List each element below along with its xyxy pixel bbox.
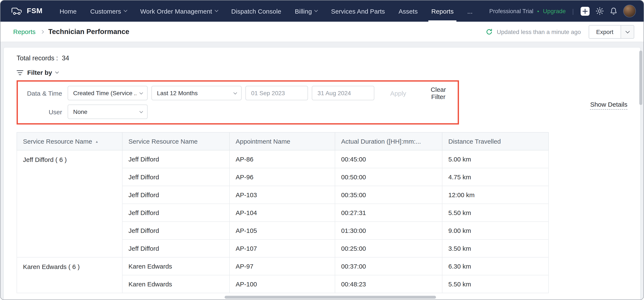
show-details-link[interactable]: Show Details (590, 101, 628, 110)
nav-item-services-and-parts[interactable]: Services And Parts (324, 0, 392, 22)
filter-highlight-box: Data & Time Created Time (Service ... La… (16, 80, 459, 124)
table-row[interactable]: Karen Edwards ( 6 )Karen EdwardsAP-9700:… (17, 257, 548, 275)
user-filter-label: User (23, 108, 62, 115)
sort-ascending-icon: ▲ (95, 140, 98, 144)
cell: 00:48:23 (335, 275, 442, 293)
cell: 5.50 km (442, 204, 548, 222)
total-records-label: Total records : (16, 54, 58, 62)
add-new-button[interactable] (580, 6, 590, 16)
report-table: Service Resource Name▲Service Resource N… (16, 132, 549, 293)
user-filter-row: User None (23, 104, 452, 119)
page-title: Technician Performance (48, 28, 129, 36)
notifications-bell-icon[interactable] (610, 7, 618, 15)
export-options-button[interactable] (621, 25, 634, 38)
cell: Jeff Difford (122, 222, 230, 240)
breadcrumb-parent-link[interactable]: Reports (13, 28, 36, 35)
column-header[interactable]: Distance Travelled (442, 132, 548, 150)
filter-by-toggle[interactable]: Filter by (16, 69, 628, 76)
cell: 6.30 km (442, 257, 548, 275)
chevron-down-icon (140, 109, 143, 113)
cell: AP-97 (230, 257, 335, 275)
cell: AP-100 (230, 275, 335, 293)
nav-item-work-order-management[interactable]: Work Order Management (133, 0, 224, 22)
nav-item-home[interactable]: Home (53, 0, 83, 22)
cell: 00:50:00 (335, 168, 442, 186)
app-window: FSM HomeCustomersWork Order ManagementDi… (0, 0, 644, 300)
nav-item-assets[interactable]: Assets (392, 0, 424, 22)
refresh-icon[interactable] (486, 28, 492, 35)
cell: Jeff Difford (122, 186, 230, 204)
brand-name: FSM (27, 7, 42, 15)
column-header[interactable]: Service Resource Name▲ (17, 132, 122, 150)
brand[interactable]: FSM (0, 0, 53, 22)
nav-item-reports[interactable]: Reports (424, 0, 460, 22)
cell: 5.50 km (442, 275, 548, 293)
cell: AP-96 (230, 168, 335, 186)
chevron-down-icon (314, 8, 318, 12)
vertical-scrollbar-thumb[interactable] (639, 50, 642, 105)
nav-item-customers[interactable]: Customers (83, 0, 133, 22)
header-actions: Updated less than a minute ago Export (486, 25, 634, 38)
export-button[interactable]: Export (588, 25, 621, 38)
chevron-down-icon (55, 70, 59, 74)
divider: | (572, 7, 574, 15)
report-card: Total records : 34 Filter by D (4, 47, 640, 300)
chevron-right-icon (40, 30, 44, 33)
cell: AP-86 (230, 150, 335, 168)
cell: 5.00 km (442, 150, 548, 168)
user-select[interactable]: None (68, 104, 148, 119)
range-select[interactable]: Last 12 Months (152, 86, 242, 100)
total-records-value: 34 (62, 54, 69, 62)
horizontal-scrollbar-thumb[interactable] (224, 296, 436, 299)
nav-item-label: Customers (90, 7, 121, 15)
nav-item-label: Work Order Management (140, 7, 212, 15)
column-header[interactable]: Actual Duration ([HH]:mm:... (335, 132, 442, 150)
total-records: Total records : 34 (16, 54, 628, 62)
column-header-label: Service Resource Name (128, 138, 198, 145)
datetime-filter-row: Data & Time Created Time (Service ... La… (23, 86, 452, 100)
column-header[interactable]: Appointment Name (230, 132, 335, 150)
nav-item-dispatch-console[interactable]: Dispatch Console (224, 0, 288, 22)
nav-item-label: Assets (398, 7, 418, 15)
nav-item-label: ... (467, 7, 472, 15)
table-row[interactable]: Jeff Difford ( 6 )Jeff DiffordAP-8600:45… (17, 150, 548, 168)
range-select-value: Last 12 Months (157, 90, 198, 96)
group-cell: Jeff Difford ( 6 ) (17, 150, 122, 257)
cell: AP-104 (230, 204, 335, 222)
last-updated-text: Updated less than a minute ago (497, 28, 581, 35)
cell: 00:45:00 (335, 150, 442, 168)
group-cell: Karen Edwards ( 6 ) (17, 257, 122, 293)
field-select-value: Created Time (Service ... (73, 90, 136, 96)
cell: Jeff Difford (122, 240, 230, 257)
cell: AP-107 (230, 240, 335, 257)
nav-item-label: Reports (431, 7, 454, 15)
column-header-label: Appointment Name (236, 138, 290, 145)
nav-item-billing[interactable]: Billing (288, 0, 324, 22)
apply-button[interactable]: Apply (390, 89, 406, 97)
settings-gear-icon[interactable] (596, 7, 604, 15)
clear-filter-button[interactable]: Clear Filter (424, 86, 452, 100)
cell: 00:37:00 (335, 257, 442, 275)
cell: Jeff Difford (122, 204, 230, 222)
nav-item-more[interactable]: ... (460, 0, 480, 22)
main-area: Total records : 34 Filter by D (0, 42, 644, 300)
cell: 3.50 km (442, 240, 548, 257)
chevron-down-icon (234, 91, 237, 94)
chevron-down-icon (625, 29, 630, 33)
nav-item-label: Dispatch Console (231, 7, 281, 15)
upgrade-link[interactable]: Upgrade (543, 8, 566, 14)
field-select[interactable]: Created Time (Service ... (68, 86, 148, 100)
column-header[interactable]: Service Resource Name (122, 132, 230, 150)
column-header-label: Service Resource Name (23, 138, 92, 145)
cell: Karen Edwards (122, 275, 230, 293)
start-date-input[interactable] (246, 86, 308, 100)
nav-item-label: Billing (295, 7, 312, 15)
end-date-input[interactable] (312, 86, 374, 100)
user-avatar[interactable] (623, 5, 636, 17)
cell: Jeff Difford (122, 150, 230, 168)
cell: 9.00 km (442, 222, 548, 240)
plan-label: Professional Trial (490, 8, 534, 14)
cell: 4.75 km (442, 168, 548, 186)
fsm-logo-icon (11, 6, 22, 16)
user-select-value: None (73, 108, 88, 115)
